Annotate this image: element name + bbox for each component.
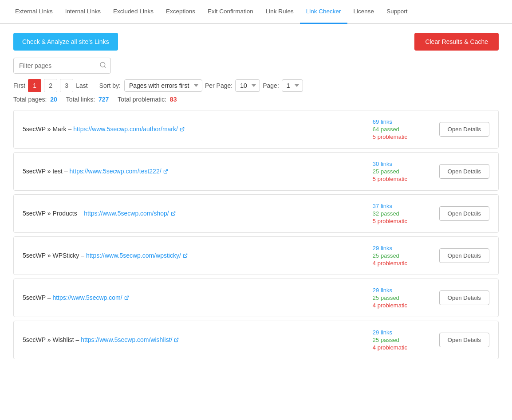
total-pages-label: Total pages: <box>13 96 47 103</box>
page-btn-3[interactable]: 3 <box>60 79 73 92</box>
svg-line-2 <box>181 128 184 130</box>
result-url[interactable]: https://www.5secwp.com/author/mark/ <box>73 126 178 133</box>
result-stats: 29 links 25 passed 4 problematic <box>373 287 430 309</box>
result-links-count: 29 links <box>373 329 430 336</box>
clear-button[interactable]: Clear Results & Cache <box>414 33 499 51</box>
result-row: 5secWP » Products – https://www.5secwp.c… <box>13 194 499 233</box>
filter-row <box>13 58 499 74</box>
result-stats: 29 links 25 passed 4 problematic <box>373 245 430 267</box>
total-problematic-label: Total problematic: <box>118 96 166 103</box>
open-details-button[interactable]: Open Details <box>439 248 489 263</box>
result-row: 5secWP – https://www.5secwp.com/ 29 link… <box>13 279 499 317</box>
pagination-row: First 1 2 3 Last Sort by: Pages with err… <box>13 79 499 92</box>
sort-section: Sort by: Pages with errors firstPages wi… <box>99 79 202 92</box>
open-details-button[interactable]: Open Details <box>439 290 489 305</box>
top-nav: External Links Internal Links Excluded L… <box>0 0 512 24</box>
result-stats: 29 links 25 passed 4 problematic <box>373 329 430 351</box>
result-problematic-count: 5 problematic <box>373 133 430 140</box>
result-title-prefix: 5secWP » WPSticky – <box>23 252 86 259</box>
result-row: 5secWP » test – https://www.5secwp.com/t… <box>13 152 499 191</box>
nav-support[interactable]: Support <box>380 0 414 24</box>
result-url[interactable]: https://www.5secwp.com/ <box>52 294 122 301</box>
result-info: 5secWP » Products – https://www.5secwp.c… <box>23 210 364 217</box>
result-links-count: 30 links <box>373 161 430 167</box>
result-problematic-count: 4 problematic <box>373 302 430 309</box>
nav-license[interactable]: License <box>347 0 381 24</box>
result-url[interactable]: https://www.5secwp.com/shop/ <box>84 210 169 217</box>
page-select[interactable]: 123 <box>282 79 303 92</box>
page-btn-2[interactable]: 2 <box>44 79 57 92</box>
nav-excluded-links[interactable]: Excluded Links <box>107 0 160 24</box>
result-info: 5secWP – https://www.5secwp.com/ <box>23 294 364 302</box>
result-title-prefix: 5secWP » test – <box>23 168 70 175</box>
result-problematic-count: 4 problematic <box>373 344 430 351</box>
result-problematic-count: 5 problematic <box>373 176 430 182</box>
total-pages-stat: Total pages: 20 <box>13 96 57 103</box>
result-stats: 37 links 32 passed 5 problematic <box>373 203 430 224</box>
results-list: 5secWP » Mark – https://www.5secwp.com/a… <box>13 110 499 363</box>
svg-line-7 <box>176 338 178 341</box>
result-info: 5secWP » test – https://www.5secwp.com/t… <box>23 168 364 175</box>
external-link-icon <box>163 168 168 175</box>
total-pages-value: 20 <box>50 96 57 103</box>
result-url[interactable]: https://www.5secwp.com/test222/ <box>70 168 161 175</box>
external-link-icon <box>174 337 179 344</box>
result-info: 5secWP » WPSticky – https://www.5secwp.c… <box>23 252 364 259</box>
result-title-prefix: 5secWP » Mark – <box>23 126 73 133</box>
result-passed-count: 25 passed <box>373 337 430 343</box>
svg-line-5 <box>185 254 187 256</box>
sort-select[interactable]: Pages with errors firstPages with most l… <box>124 79 202 92</box>
perpage-select[interactable]: 102050 <box>235 79 260 92</box>
result-url[interactable]: https://www.5secwp.com/wpsticky/ <box>86 252 181 259</box>
result-url[interactable]: https://www.5secwp.com/wishlist/ <box>81 336 172 343</box>
result-passed-count: 25 passed <box>373 168 430 175</box>
result-passed-count: 32 passed <box>373 210 430 217</box>
last-page-link[interactable]: Last <box>76 82 87 89</box>
total-links-label: Total links: <box>66 96 95 103</box>
analyze-button[interactable]: Check & Analyze all site's Links <box>13 33 118 51</box>
nav-internal-links[interactable]: Internal Links <box>59 0 107 24</box>
nav-link-checker[interactable]: Link Checker <box>300 0 347 24</box>
result-problematic-count: 5 problematic <box>373 218 430 224</box>
filter-input[interactable] <box>13 58 111 74</box>
open-details-button[interactable]: Open Details <box>439 333 489 347</box>
result-problematic-count: 4 problematic <box>373 260 430 267</box>
result-links-count: 37 links <box>373 203 430 209</box>
result-links-count: 29 links <box>373 245 430 251</box>
result-title-prefix: 5secWP » Wishlist – <box>23 336 81 343</box>
result-info: 5secWP » Mark – https://www.5secwp.com/a… <box>23 126 364 133</box>
page-btn-1[interactable]: 1 <box>28 79 41 92</box>
external-link-icon <box>180 126 185 133</box>
first-page-link[interactable]: First <box>13 82 25 89</box>
result-links-count: 69 links <box>373 118 430 125</box>
open-details-button[interactable]: Open Details <box>439 122 489 137</box>
result-title-prefix: 5secWP » Products – <box>23 210 84 217</box>
external-link-icon <box>183 252 188 259</box>
open-details-button[interactable]: Open Details <box>439 164 489 179</box>
total-problematic-value: 83 <box>170 96 177 103</box>
result-info: 5secWP » Wishlist – https://www.5secwp.c… <box>23 336 364 344</box>
result-stats: 30 links 25 passed 5 problematic <box>373 161 430 182</box>
nav-external-links[interactable]: External Links <box>9 0 59 24</box>
total-problematic-stat: Total problematic: 83 <box>118 96 177 103</box>
filter-input-wrap <box>13 58 111 74</box>
perpage-wrap: Per Page: 102050 <box>205 79 260 92</box>
result-passed-count: 64 passed <box>373 126 430 133</box>
result-row: 5secWP » Mark – https://www.5secwp.com/a… <box>13 110 499 149</box>
external-link-icon <box>171 210 176 217</box>
result-title-prefix: 5secWP – <box>23 294 52 301</box>
total-links-value: 727 <box>98 96 109 103</box>
nav-exit-confirmation[interactable]: Exit Confirmation <box>201 0 260 24</box>
nav-exceptions[interactable]: Exceptions <box>160 0 201 24</box>
open-details-button[interactable]: Open Details <box>439 206 489 221</box>
svg-line-6 <box>126 296 128 298</box>
result-row: 5secWP » WPSticky – https://www.5secwp.c… <box>13 236 499 275</box>
main-content: Check & Analyze all site's Links Clear R… <box>0 24 512 372</box>
result-passed-count: 25 passed <box>373 294 430 301</box>
nav-link-rules[interactable]: Link Rules <box>260 0 300 24</box>
svg-line-3 <box>165 170 167 172</box>
page-label: Page: <box>263 82 279 89</box>
sort-label: Sort by: <box>99 82 121 89</box>
result-passed-count: 25 passed <box>373 252 430 259</box>
perpage-label: Per Page: <box>205 82 232 89</box>
